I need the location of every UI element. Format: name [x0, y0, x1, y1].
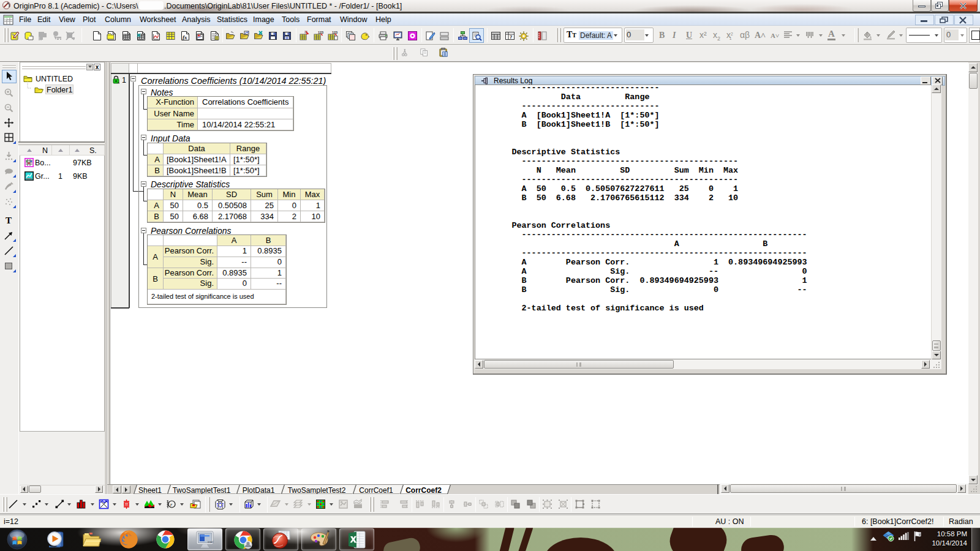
svg-text:r: r: [170, 502, 173, 508]
svg-text:123: 123: [318, 31, 323, 34]
svg-text:fx: fx: [183, 34, 187, 40]
svg-text:intel: intel: [208, 540, 213, 544]
svg-text:123: 123: [332, 31, 337, 34]
svg-text:7: 7: [510, 34, 513, 40]
svg-text:T: T: [6, 216, 12, 225]
